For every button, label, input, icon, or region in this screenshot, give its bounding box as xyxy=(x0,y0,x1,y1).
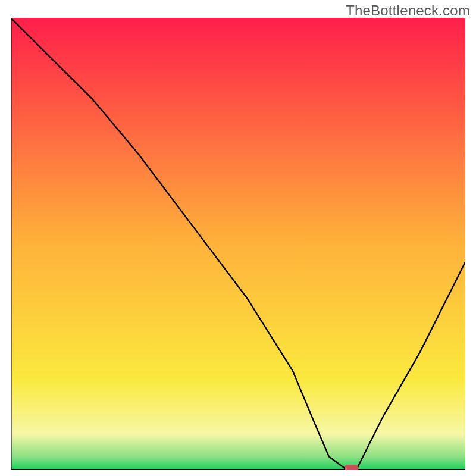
bottleneck-chart xyxy=(11,18,465,470)
watermark-text: TheBottleneck.com xyxy=(346,2,470,19)
minimum-marker xyxy=(345,465,359,470)
chart-container: TheBottleneck.com xyxy=(0,0,476,476)
